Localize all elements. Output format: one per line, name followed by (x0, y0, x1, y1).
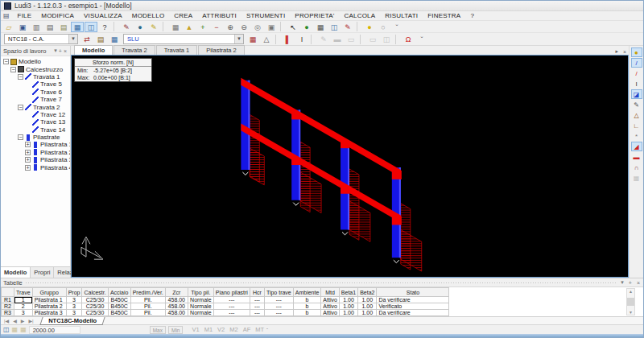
menu-modello[interactable]: MODELLO (127, 12, 170, 19)
cell-predim-ver[interactable]: Pil. (130, 310, 165, 316)
cell-stato[interactable]: Da verificare (377, 297, 449, 303)
panel-close-icon[interactable]: × (63, 48, 68, 54)
col-header-prop[interactable]: Prop (66, 288, 82, 297)
cell-beta1[interactable]: 1.00 (339, 297, 357, 303)
scroll-thumb[interactable] (627, 298, 634, 306)
cell-zcr[interactable]: 458.00 (165, 303, 188, 310)
col-header-acciaio[interactable]: Acciaio (108, 288, 130, 297)
cell-hcr[interactable]: --- (250, 310, 264, 316)
col-header-hcr[interactable]: Hcr (250, 288, 264, 297)
cell-prop[interactable]: 3 (66, 310, 82, 316)
tree-item-calcestruzzo[interactable]: −Calcestruzzo (1, 65, 70, 72)
col-header-tipo-pil[interactable]: Tipo pil. (188, 288, 213, 297)
max-button[interactable]: Max (150, 326, 166, 334)
col-header-beta1[interactable]: Beta1 (339, 288, 357, 297)
scroll-up-icon[interactable]: ▲ (629, 289, 633, 294)
case-combo[interactable]: SLU▼ (123, 34, 244, 44)
view-tab-pilastrata-2[interactable]: Pilastrata 2 (198, 45, 245, 55)
save-icon[interactable]: ▣ (16, 22, 29, 32)
copy-icon[interactable]: ▥ (30, 22, 43, 32)
col-header-tipo-trave[interactable]: Tipo trave (264, 288, 293, 297)
cell-beta1[interactable]: 1.00 (339, 303, 357, 310)
cell-stato[interactable]: Verificato (377, 303, 449, 310)
draw-red-beam-icon[interactable]: / (631, 68, 642, 78)
code-combo[interactable]: NTC18 - C.A.▼ (4, 34, 78, 44)
first-sheet-icon[interactable]: |◀ (2, 318, 10, 324)
cell-piano-pilastri[interactable]: --- (213, 303, 250, 310)
tab-scroll-right-icon[interactable]: ▸ (613, 48, 621, 55)
tree-item-travata-1[interactable]: −Travata 1 (1, 73, 70, 80)
tree-item-trave-13[interactable]: Trave 13 (1, 118, 70, 126)
close-view-icon[interactable]: × (621, 49, 629, 55)
cell-piano-pilastri[interactable]: --- (213, 297, 250, 303)
cell-calcestr[interactable]: C25/30 (82, 310, 108, 316)
box2-icon[interactable]: ▭ (345, 34, 357, 44)
tree-item-pilastrata-4[interactable]: +Pilastrata 4 (1, 163, 70, 171)
more2-icon[interactable]: ˇ (415, 34, 428, 44)
cell-zcr[interactable]: 458.00 (165, 297, 188, 303)
eraser-icon[interactable]: ◪ (631, 89, 642, 99)
menu-modifica[interactable]: MODIFICA (36, 12, 79, 19)
pen-edit-icon[interactable]: ✎ (631, 100, 642, 109)
grid-tool-icon[interactable]: ▦ (631, 173, 642, 183)
workspace-tab-propri[interactable]: Propri (31, 267, 54, 278)
light-off-icon[interactable]: ○ (377, 22, 390, 32)
draw-icon[interactable]: ✎ (341, 22, 354, 32)
collapse-icon[interactable]: − (18, 134, 23, 140)
render-icon[interactable]: ● (300, 22, 313, 32)
wand-icon[interactable]: * (631, 131, 642, 141)
marker-icon[interactable]: ▬ (631, 152, 642, 162)
col-header-trave[interactable]: Trave (14, 288, 33, 297)
tree-item-pilastrata-2[interactable]: +Pilastrata 2 (1, 149, 70, 156)
workspace-tab-modello[interactable]: Modello (1, 267, 31, 278)
arch-icon[interactable]: ∩ (631, 163, 642, 172)
view-tab-travata-1[interactable]: Travata 1 (156, 45, 197, 55)
grid-remove-icon[interactable]: − (210, 22, 223, 32)
open-icon[interactable]: ▱ (2, 22, 15, 32)
scroll-down-icon[interactable]: ▼ (629, 310, 633, 315)
tree-item-trave-6[interactable]: Trave 6 (1, 89, 70, 96)
menu-file[interactable]: FILE (13, 12, 37, 19)
zoom-in-icon[interactable]: ⊕ (224, 22, 237, 32)
col-header-predim-ver[interactable]: Predim./Ver. (130, 288, 165, 297)
collapse-icon[interactable]: − (18, 74, 23, 80)
flag-v1[interactable]: V1 (192, 326, 199, 333)
cell-mtd[interactable]: Attivo (321, 303, 340, 310)
expand-icon[interactable]: + (25, 142, 31, 147)
cell-acciaio[interactable]: B450C (108, 303, 130, 310)
tree-item-modello[interactable]: −Modello (1, 58, 70, 65)
col-header-mtd[interactable]: Mtd (321, 288, 340, 297)
print-setup-icon[interactable]: ▤ (43, 22, 56, 32)
tree-item-pilastrate[interactable]: −Pilastrate (1, 134, 70, 141)
light-on-icon[interactable]: ● (363, 22, 376, 32)
table-scrollbar[interactable]: ▲ ▼ (626, 288, 635, 315)
tables-close-icon[interactable]: × (636, 280, 641, 286)
cell-ambiente[interactable]: b (293, 297, 321, 303)
cell-gruppo[interactable]: Pilastrata 3 (32, 310, 66, 316)
flag-m1[interactable]: M1 (204, 326, 213, 333)
next-sheet-icon[interactable]: ▶ (19, 318, 27, 324)
grid-select-icon[interactable]: ▦ (169, 22, 182, 32)
menu-finestra[interactable]: FINESTRA (423, 12, 465, 19)
col-header-gruppo[interactable]: Gruppo (32, 288, 66, 297)
cell-beta2[interactable]: 1.00 (358, 303, 377, 310)
pen-yellow-icon[interactable]: ✎ (147, 22, 160, 32)
more-icon[interactable]: ˇ (390, 22, 403, 32)
pen-red-icon[interactable]: ✎ (120, 22, 133, 32)
print-preview-icon[interactable]: ▤ (57, 22, 70, 32)
prev-sheet-icon[interactable]: ◀ (11, 318, 19, 324)
flag-af[interactable]: AF (243, 326, 251, 333)
load-draw-icon[interactable]: △ (260, 34, 273, 44)
table-zoom-icon[interactable]: ◫ (3, 326, 10, 333)
grid-small2-icon[interactable]: ▦ (20, 326, 27, 333)
cell-predim-ver[interactable]: Pil. (130, 303, 165, 310)
panel-drag-handle[interactable] (26, 281, 617, 285)
col-header-piano-pilastri[interactable]: Piano pilastri (213, 288, 250, 297)
grid-small-icon[interactable]: ▦ (12, 326, 19, 333)
zoom-window-icon[interactable]: ▣ (265, 22, 278, 32)
frame1-icon[interactable]: ▭ (366, 34, 379, 44)
tree-item-pilastrata-3[interactable]: +Pilastrata 3 (1, 156, 70, 163)
frame2-icon[interactable]: ◫ (380, 34, 393, 44)
col-header-beta2[interactable]: Beta2 (358, 288, 377, 297)
dimension-field[interactable]: 2000.00 (29, 326, 80, 334)
